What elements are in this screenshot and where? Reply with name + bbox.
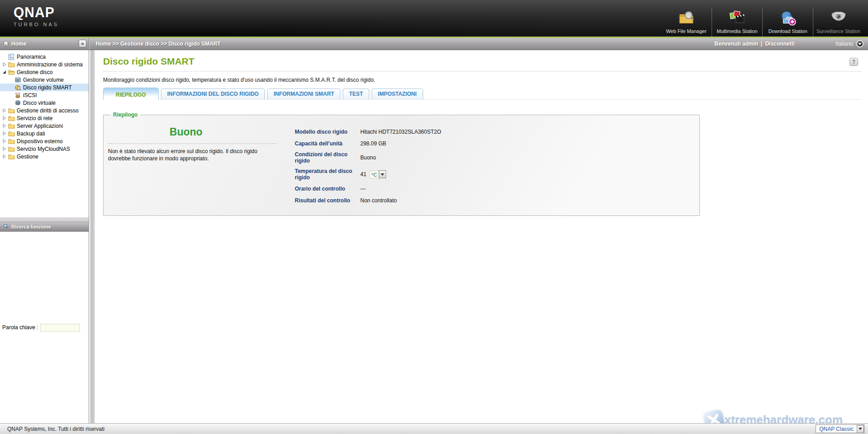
folder-icon — [7, 61, 15, 68]
tab-informazioni-del-disco-rigido[interactable]: INFORMAZIONI DEL DISCO RIGIDO — [161, 89, 265, 99]
function-search-body: Parola chiave : — [0, 232, 89, 423]
main-panel: Disco rigido SMART ? Monitoraggio condiz… — [94, 50, 868, 423]
station-label: Download Station — [764, 28, 812, 34]
station-surveillance[interactable]: Surveillance Station — [813, 8, 863, 37]
copyright-text: QNAP Systems, Inc. Tutti i diritti riser… — [7, 426, 104, 432]
sidebar-header: Home « — [0, 38, 89, 50]
tab-informazioni-smart[interactable]: INFORMAZIONI SMART — [267, 89, 340, 99]
status-text: Buono — [108, 126, 264, 138]
summary-row: Temperatura del disco rigido 41 °C — [295, 168, 441, 181]
sidebar-item-iscsi[interactable]: iSCSI iSCSI — [0, 91, 89, 99]
station-download[interactable]: Download Station — [762, 8, 813, 37]
keyword-input[interactable] — [40, 324, 80, 331]
selected-unit: °C — [369, 171, 378, 178]
folder-icon — [7, 107, 15, 114]
row-value: 41 — [360, 171, 366, 177]
collapsed-arrow-icon — [2, 108, 7, 112]
station-label: Multimedia Station — [713, 28, 761, 34]
sidebar-group-dispositivo-esterno[interactable]: Dispositivo esterno — [0, 137, 89, 145]
sidebar-item-panoramica[interactable]: Panoramica — [0, 53, 89, 61]
temperature-unit-select[interactable]: °C — [369, 170, 386, 178]
sidebar-item-label: Gestione diritti di accesso — [17, 107, 79, 114]
sidebar-group-gestione-diritti-di-accesso[interactable]: Gestione diritti di accesso — [0, 107, 89, 114]
tab-test[interactable]: TEST — [343, 89, 369, 99]
collapsed-arrow-icon — [2, 147, 7, 151]
station-multimedia[interactable]: Multimedia Station — [712, 8, 762, 37]
svg-text:iSCSI: iSCSI — [14, 93, 20, 95]
sidebar-group-gestione-disco[interactable]: Gestione disco — [0, 68, 89, 76]
chevron-down-icon — [859, 428, 862, 430]
footer: QNAP Systems, Inc. Tutti i diritti riser… — [0, 423, 868, 434]
folder-icon — [7, 122, 15, 129]
sidebar-item-label: Disco rigido SMART — [23, 84, 72, 91]
collapsed-arrow-icon — [2, 116, 7, 120]
selected-theme: QNAP Classic — [816, 426, 857, 432]
help-button[interactable]: ? — [849, 58, 858, 66]
separator: | — [761, 41, 762, 47]
row-label: Capacità dell'unità — [295, 140, 360, 147]
collapsed-arrow-icon — [2, 154, 7, 159]
title-divider — [103, 71, 861, 72]
sidebar: Panoramica Amministrazione di sistema Ge… — [0, 50, 89, 423]
collapse-sidebar-button[interactable]: « — [79, 40, 86, 47]
sidebar-group-servizio-di-rete[interactable]: Servizio di rete — [0, 114, 89, 122]
app-header: QNAP TURBO NAS Web File Manager — [0, 0, 868, 37]
breadcrumb[interactable]: Home >> Gestione disco >> Disco rigido S… — [96, 41, 221, 47]
vertical-splitter[interactable] — [89, 50, 94, 423]
dropdown-arrow-button[interactable] — [857, 425, 864, 433]
sidebar-group-gestione[interactable]: Gestione — [0, 153, 89, 160]
sidebar-item-label: Disco virtuale — [23, 100, 56, 106]
horizontal-splitter[interactable] — [0, 218, 89, 222]
row-label: Risultati del controllo — [295, 197, 360, 204]
status-divider — [108, 143, 276, 144]
logo-title: QNAP — [14, 5, 59, 19]
folder-icon — [7, 130, 15, 137]
row-label: Orario del controllo — [295, 186, 360, 192]
sidebar-item-label: Backup dati — [17, 131, 45, 137]
sidebar-item-label: Server Applicazioni — [17, 123, 63, 129]
web-file-manager-icon — [662, 9, 711, 28]
summary-row: Risultati del controllo Non controllato — [295, 196, 441, 204]
tab-impostazioni[interactable]: IMPOSTAZIONI — [372, 89, 423, 99]
multimedia-station-icon — [713, 9, 761, 28]
station-web-file-manager[interactable]: Web File Manager — [661, 8, 712, 37]
sidebar-group-backup-dati[interactable]: Backup dati — [0, 130, 89, 137]
sidebar-item-gestione-volume[interactable]: Gestione volume — [0, 76, 89, 84]
sidebar-item-label: Gestione disco — [17, 69, 52, 75]
smart-icon — [14, 84, 22, 91]
row-label: Modello disco rigido — [295, 129, 360, 135]
sidebar-item-label: Gestione volume — [23, 77, 64, 83]
sidebar-group-server-applicazioni[interactable]: Server Applicazioni — [0, 122, 89, 130]
logout-link[interactable]: Disconnetti — [765, 41, 795, 47]
sidebar-item-label: Panoramica — [17, 54, 46, 60]
row-label: Condizioni del disco rigido — [295, 151, 360, 164]
station-label: Web File Manager — [662, 28, 711, 34]
function-search-title: Ricerca funzione — [11, 224, 51, 229]
station-shortcuts: Web File Manager Multimedia Station — [661, 0, 863, 37]
details-column: Modello disco rigido Hitachi HDT721032SL… — [295, 121, 441, 208]
status-column: Buono Non è stato rilevato alcun errore … — [108, 121, 282, 208]
tab-riepilogo[interactable]: RIEPILOGO — [103, 88, 159, 100]
sidebar-item-label: Amministrazione di sistema — [17, 61, 83, 68]
row-value: Non controllato — [360, 197, 397, 204]
volume-icon — [14, 76, 22, 83]
sidebar-group-servizio-mycloudnas[interactable]: Servizio MyCloudNAS — [0, 145, 89, 153]
dropdown-arrow-button[interactable] — [379, 170, 386, 178]
sidebar-group-amministrazione-di-sistema[interactable]: Amministrazione di sistema — [0, 61, 89, 68]
sidebar-item-disco-virtuale[interactable]: Disco virtuale — [0, 99, 89, 107]
summary-row: Modello disco rigido Hitachi HDT721032SL… — [295, 128, 441, 135]
theme-select[interactable]: QNAP Classic — [816, 425, 864, 433]
row-value: --- — [360, 186, 366, 192]
sidebar-item-label: Dispositivo esterno — [17, 138, 62, 145]
sidebar-item-label: Gestione — [17, 154, 38, 160]
download-station-icon — [764, 9, 812, 28]
sidebar-item-disco-rigido-smart[interactable]: Disco rigido SMART — [0, 84, 89, 91]
language-dropdown-button[interactable] — [856, 40, 863, 47]
collapsed-arrow-icon — [2, 124, 7, 128]
toolbar: Home « Home >> Gestione disco >> Disco r… — [0, 38, 868, 50]
welcome-text: Benvenuti admin — [715, 41, 759, 47]
page-title: Disco rigido SMART — [103, 56, 861, 67]
collapsed-arrow-icon — [2, 62, 7, 66]
folder-icon — [7, 145, 15, 152]
folder-icon — [7, 138, 15, 145]
